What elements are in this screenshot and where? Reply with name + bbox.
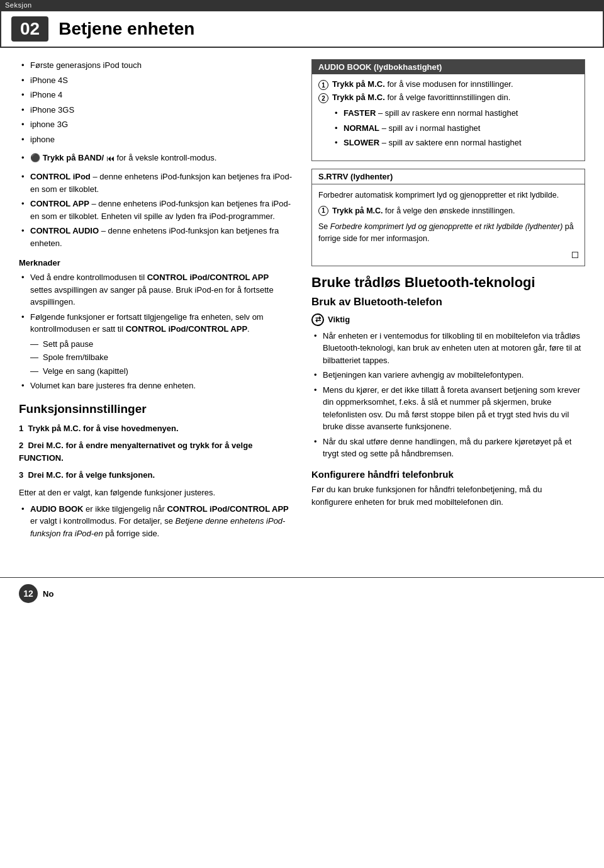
step-text-2: Drei M.C. for å endre menyalternativet o… [19, 441, 252, 463]
list-item: iPhone 3GS [19, 104, 293, 116]
merknader-volume: Volumet kan bare justeres fra denne enhe… [19, 380, 293, 392]
merknader-text1b: settes avspillingen av sanger på pause. … [30, 285, 274, 307]
viktig-label: ⇄ Viktig [311, 313, 585, 326]
num-circle-2: 2 [318, 93, 328, 103]
control-ipod-item: CONTROL iPod – denne enhetens iPod-funks… [19, 171, 293, 195]
merknader-item-2: Følgende funksjoner er fortsatt tilgjeng… [19, 311, 293, 378]
list-item: iPhone 4 [19, 89, 293, 101]
srtrv-body: Forbedrer automatisk komprimert lyd og g… [312, 184, 584, 266]
konfigurere-text: Før du kan bruke funksjonen for håndfri … [311, 483, 585, 509]
audio-sub-normal: NORMAL – spill av i normal hastighet [332, 122, 578, 135]
section-number: 02 [11, 16, 48, 42]
konfigurere-heading: Konfigurere håndfri telefonbruk [311, 469, 585, 480]
funksjon-section: Funksjonsinnstillinger 1 Trykk på M.C. f… [19, 402, 293, 540]
section-title: Betjene enheten [59, 19, 194, 39]
section-label: Seksjon [0, 0, 604, 10]
page-footer: 12 No [0, 577, 604, 609]
step-2: 2 Drei M.C. for å endre menyalternativet… [19, 439, 293, 464]
bluetooth-heading: Bruke trådløs Bluetooth-teknologi [311, 274, 585, 292]
srtrv-see-text: Se Forbedre komprimert lyd og gjenoppret… [318, 221, 578, 245]
step-num-3: 3 [19, 470, 23, 480]
audio-book-text2: er valgt i kontrollmodus. For detaljer, … [30, 516, 176, 526]
audio-book-text1: er ikke tilgjengelig når [84, 504, 167, 514]
list-item: Første generasjons iPod touch [19, 59, 293, 72]
control-app-label: CONTROL APP [30, 199, 89, 208]
bluetooth-sub-heading: Bruk av Bluetooth-telefon [311, 296, 585, 308]
control-audio-label: CONTROL AUDIO [30, 226, 99, 235]
merknader-bold2: CONTROL iPod/CONTROL APP [126, 324, 247, 334]
viktig-item-3: Mens du kjører, er det ikke tillatt å fo… [311, 384, 585, 433]
viktig-icon: ⇄ [311, 313, 324, 326]
audio-book-box: AUDIO BOOK (lydbokhastighet) 1 Trykk på … [311, 59, 585, 161]
page-number: 12 [19, 584, 38, 603]
page-lang: No [43, 589, 53, 599]
srtrv-step1-text: Trykk på M.C. for å velge den ønskede in… [332, 205, 515, 217]
small-square-icon [572, 252, 578, 258]
merknader-title: Merknader [19, 258, 293, 268]
device-list: Første generasjons iPod touch iPhone 4S … [19, 59, 293, 145]
dash-list: Sett på pause Spole frem/tilbake Velge e… [30, 338, 293, 378]
control-ipod-label: CONTROL iPod [30, 172, 91, 181]
dash-item-3: Velge en sang (kapittel) [30, 365, 293, 378]
left-column: Første generasjons iPod touch iPhone 4S … [19, 59, 293, 546]
list-item: iphone [19, 133, 293, 146]
section-title-bar: 02 Betjene enheten [0, 10, 604, 48]
list-item: iPhone 4S [19, 74, 293, 87]
step-num-2: 2 [19, 441, 23, 450]
viktig-item-1: Når enheten er i ventemodus for tilkobli… [311, 330, 585, 367]
right-column: AUDIO BOOK (lydbokhastighet) 1 Trykk på … [311, 59, 585, 546]
merknader-text2b: . [247, 324, 250, 334]
dash-item-1: Sett på pause [30, 338, 293, 351]
control-list: CONTROL iPod – denne enhetens iPod-funks… [19, 171, 293, 249]
step-text-1: Trykk på M.C. for å vise hovedmenyen. [28, 424, 178, 433]
band-instruction-text2: for å veksle kontroll-modus. [116, 153, 216, 162]
audio-step1-text: Trykk på M.C. for å vise modusen for inn… [332, 79, 513, 89]
audio-book-body: 1 Trykk på M.C. for å vise modusen for i… [312, 74, 584, 161]
control-ipod-app: CONTROL iPod/CONTROL APP [167, 504, 288, 514]
band-instruction-list: ⚫ Trykk på BAND/ ⏮ for å veksle kontroll… [19, 152, 293, 164]
step-num-1: 1 [19, 424, 23, 433]
dash-item-2: Spole frem/tilbake [30, 351, 293, 364]
band-instruction-item: ⚫ Trykk på BAND/ ⏮ for å veksle kontroll… [19, 152, 293, 164]
srtrv-step1: 1 Trykk på M.C. for å velge den ønskede … [318, 205, 578, 217]
audio-book-step1: 1 Trykk på M.C. for å vise modusen for i… [318, 79, 578, 90]
control-audio-item: CONTROL AUDIO – denne enhetens iPod-funk… [19, 225, 293, 249]
funksjon-title: Funksjonsinnstillinger [19, 402, 293, 416]
srtrv-box: S.RTRV (lydhenter) Forbedrer automatisk … [311, 169, 585, 267]
audio-book-label: AUDIO BOOK [30, 504, 84, 514]
audio-book-sub-list: FASTER – spill av raskere enn normal has… [332, 107, 578, 149]
merknader-section: Merknader Ved å endre kontrollmodusen ti… [19, 258, 293, 392]
srtrv-text1: Forbedrer automatisk komprimert lyd og g… [318, 189, 578, 201]
after-step3-text: Etter at den er valgt, kan følgende funk… [19, 487, 293, 499]
audio-book-text3: på forrige side. [103, 529, 160, 538]
viktig-list: Når enheten er i ventemodus for tilkobli… [311, 330, 585, 460]
control-app-item: CONTROL APP – denne enhetens iPod-funksj… [19, 198, 293, 222]
srtrv-header: S.RTRV (lydhenter) [312, 169, 584, 184]
step-3: 3 Drei M.C. for å velge funksjonen. [19, 469, 293, 482]
band-instruction-text: ⚫ Trykk på BAND/ [30, 153, 104, 162]
audio-book-header: AUDIO BOOK (lydbokhastighet) [312, 60, 584, 74]
audio-book-note-list: AUDIO BOOK er ikke tilgjengelig når CONT… [19, 503, 293, 540]
list-item: iphone 3G [19, 118, 293, 131]
step-text-3: Drei M.C. for å velge funksjonen. [28, 470, 155, 480]
srtrv-num-circle: 1 [318, 206, 328, 216]
viktig-item-4: Når du skal utføre denne handlingen, må … [311, 436, 585, 460]
merknader-list: Ved å endre kontrollmodusen til CONTROL … [19, 271, 293, 392]
audio-book-step2: 2 Trykk på M.C. for å velge favorittinns… [318, 93, 578, 103]
audio-sub-faster: FASTER – spill av raskere enn normal has… [332, 107, 578, 120]
audio-step2-text: Trykk på M.C. for å velge favorittinnsti… [332, 93, 510, 102]
merknader-bold1: CONTROL iPod/CONTROL APP [147, 273, 269, 282]
merknader-item-1: Ved å endre kontrollmodusen til CONTROL … [19, 271, 293, 308]
audio-book-note: AUDIO BOOK er ikke tilgjengelig når CONT… [19, 503, 293, 540]
num-circle-1: 1 [318, 80, 328, 90]
viktig-item-2: Betjeningen kan variere avhengig av mobi… [311, 369, 585, 381]
audio-sub-slower: SLOWER – spill av saktere enn normal has… [332, 137, 578, 149]
merknader-text1a: Ved å endre kontrollmodusen til [30, 273, 147, 282]
step-1: 1 Trykk på M.C. for å vise hovedmenyen. [19, 422, 293, 435]
